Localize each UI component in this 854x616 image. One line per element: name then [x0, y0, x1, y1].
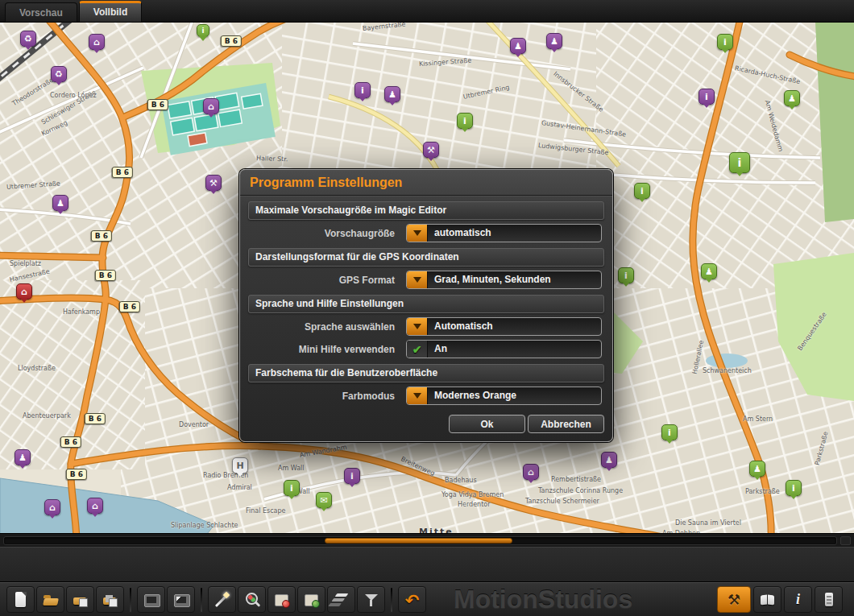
ok-button[interactable]: Ok [449, 415, 525, 433]
mini-hilfe-toggle[interactable]: An [406, 340, 602, 358]
memory-button[interactable] [815, 586, 843, 613]
street-label: Haller Str. [256, 155, 288, 163]
info-marker[interactable]: i [354, 82, 371, 98]
open-project-button[interactable] [36, 586, 64, 613]
info-button[interactable] [784, 586, 812, 613]
street-label: Parkstraße [745, 488, 780, 495]
dropdown-arrow-icon[interactable] [407, 318, 428, 335]
farbmodus-value: Modernes Orange [428, 387, 601, 404]
info-marker[interactable]: i [661, 424, 678, 440]
toolbar-left-group [6, 586, 426, 613]
scrollbar-thumb[interactable] [325, 538, 512, 544]
trash-marker[interactable]: ♻ [51, 66, 67, 82]
new-project-button[interactable] [6, 586, 35, 613]
tools-marker[interactable]: ⚒ [205, 175, 222, 191]
manual-button[interactable] [753, 586, 781, 613]
building-marker[interactable]: ⌂ [89, 34, 105, 50]
person-marker[interactable]: ♟ [784, 90, 800, 106]
undo-icon [404, 591, 421, 609]
sprache-dropdown[interactable]: Automatisch [406, 317, 602, 336]
info-marker[interactable]: i [618, 267, 634, 283]
mail-marker[interactable]: ✉ [316, 492, 332, 508]
info-marker[interactable]: i [729, 152, 750, 173]
info-marker[interactable]: i [634, 183, 650, 199]
layers-button[interactable] [327, 586, 355, 613]
street-label: Lloydstraße [18, 365, 56, 372]
new-file-icon [12, 591, 30, 609]
chevron-down-icon [413, 230, 421, 240]
capture-b-icon [172, 591, 190, 609]
person-marker[interactable]: ♟ [749, 461, 765, 477]
save-project-button[interactable] [66, 586, 94, 613]
street-label: Utbremer Ring [462, 84, 510, 101]
view-tabbar: Vorschau Vollbild [0, 0, 854, 23]
building-marker[interactable]: ⌂ [87, 498, 103, 514]
vorschaugroesse-dropdown[interactable]: automatisch [406, 224, 602, 242]
b6-road-badge: B 6 [119, 301, 140, 312]
checkmark-icon[interactable] [407, 341, 428, 358]
b6-road-badge: B 6 [147, 99, 168, 110]
street-label: Schwanenteich [703, 367, 752, 374]
building-marker[interactable]: ⌂ [523, 464, 539, 480]
person-marker[interactable]: ♟ [601, 452, 617, 468]
person-marker[interactable]: ♟ [510, 38, 526, 54]
cancel-button[interactable]: Abbrechen [528, 415, 604, 433]
info-marker[interactable]: i [197, 24, 209, 37]
undo-button[interactable] [398, 586, 426, 613]
dropdown-arrow-icon[interactable] [407, 387, 428, 404]
street-label: Am Wall [278, 465, 305, 472]
info-marker[interactable]: i [717, 34, 733, 50]
status-panel [0, 547, 854, 582]
building-marker[interactable]: ⌂ [16, 283, 32, 300]
street-label: Tanzschule Corinna Runge [538, 487, 623, 494]
capture-frame-button[interactable] [167, 586, 195, 613]
person-marker[interactable]: ♟ [52, 195, 68, 211]
capture-icon [143, 591, 160, 609]
building-marker[interactable]: ⌂ [203, 98, 219, 114]
b6-road-badge: B 6 [66, 469, 87, 480]
save-project-as-button[interactable] [96, 586, 124, 613]
route-point-red-button[interactable] [267, 586, 296, 613]
filter-button[interactable] [357, 586, 385, 613]
capture-preview-button[interactable] [137, 586, 165, 613]
dialog-title[interactable]: Programm Einstellungen [240, 170, 612, 196]
save-as-icon [102, 591, 119, 609]
tools-marker[interactable]: ⚒ [423, 142, 439, 158]
scrollbar-track[interactable] [3, 536, 837, 545]
map-hscrollbar [0, 533, 854, 547]
info-marker[interactable]: i [699, 89, 715, 105]
info-marker[interactable]: i [457, 113, 473, 129]
trash-marker[interactable]: ♻ [20, 31, 36, 47]
mini-hilfe-label: Mini Hilfe verwenden [248, 344, 395, 355]
search-media-button[interactable] [238, 586, 266, 613]
settings-button[interactable] [717, 586, 751, 613]
street-label: Cordero López [50, 92, 97, 99]
person-marker[interactable]: ♟ [384, 86, 400, 102]
book-icon [759, 591, 777, 609]
person-marker[interactable]: ♟ [701, 263, 717, 279]
person-marker[interactable]: ♟ [15, 449, 31, 465]
vorschaugroesse-label: Vorschaugröße [248, 228, 395, 239]
info-marker[interactable]: i [284, 480, 300, 496]
magic-editor-button[interactable] [208, 586, 236, 613]
street-label: Spielplatz [10, 260, 41, 267]
street-label: Ludwigsburger Straße [538, 142, 609, 156]
tab-vorschau[interactable]: Vorschau [5, 2, 77, 22]
save-icon [72, 591, 89, 609]
building-marker[interactable]: ⌂ [44, 499, 60, 515]
tab-vollbild[interactable]: Vollbild [79, 1, 142, 22]
street-label: Hansestraße [9, 268, 50, 283]
farbmodus-dropdown[interactable]: Modernes Orange [406, 387, 602, 405]
gps-format-dropdown[interactable]: Grad, Minuten, Sekunden [406, 271, 602, 289]
hospital-marker[interactable]: H [232, 457, 248, 473]
street-label: Kissinger Straße [419, 56, 472, 68]
field-row-vorschaugroesse: Vorschaugröße automatisch [248, 224, 604, 242]
dropdown-arrow-icon[interactable] [407, 271, 428, 288]
route-point-green-button[interactable] [297, 586, 325, 613]
info-marker[interactable]: i [344, 468, 360, 484]
dropdown-arrow-icon[interactable] [407, 225, 428, 242]
info-marker[interactable]: i [786, 480, 802, 496]
magic-wand-icon [214, 591, 231, 609]
street-label: Benquestraße [796, 311, 828, 352]
person-marker[interactable]: ♟ [546, 33, 562, 49]
